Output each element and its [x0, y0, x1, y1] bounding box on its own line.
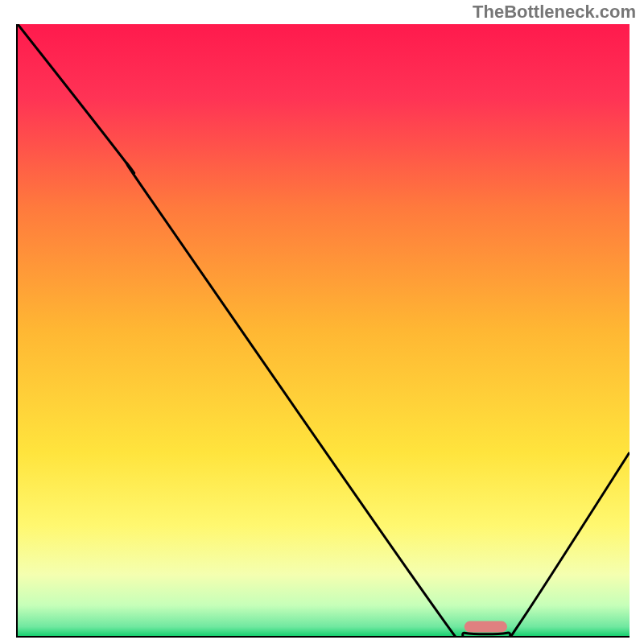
curve-layer: [18, 24, 630, 636]
plot-area: [16, 24, 630, 638]
watermark-text: TheBottleneck.com: [473, 2, 636, 23]
bottleneck-curve: [18, 24, 630, 636]
optimal-marker: [464, 621, 507, 633]
chart-container: TheBottleneck.com: [0, 0, 644, 644]
